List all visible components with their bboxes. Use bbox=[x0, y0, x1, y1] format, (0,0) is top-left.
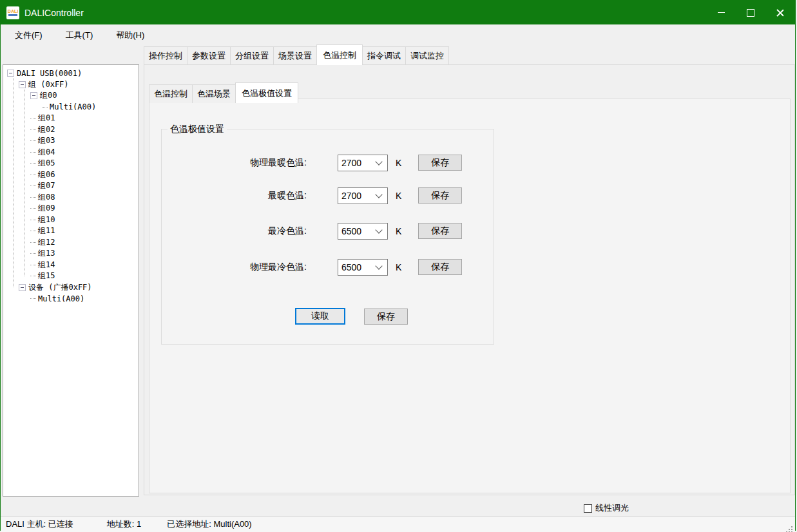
linear-dimming-checkbox[interactable] bbox=[584, 504, 592, 513]
tree-node-label: 组04 bbox=[38, 147, 55, 158]
tree-branch-icon bbox=[30, 185, 36, 186]
maximize-button[interactable] bbox=[736, 1, 765, 24]
tree-node[interactable]: 组09 bbox=[3, 203, 139, 214]
tree-node[interactable]: 组07 bbox=[3, 180, 139, 192]
ct-row-label: 最暖色温: bbox=[162, 190, 307, 202]
read-button[interactable]: 读取 bbox=[295, 308, 345, 325]
ct-value-combobox[interactable]: 6500 bbox=[338, 223, 388, 240]
ct-value-combobox[interactable]: 2700 bbox=[338, 155, 388, 171]
menu-item-file[interactable]: 文件(F) bbox=[6, 26, 52, 44]
tree-node[interactable]: Multi(A00) bbox=[3, 102, 139, 113]
linear-dimming-option[interactable]: 线性调光 bbox=[584, 502, 629, 514]
main-tab-color-temp-control[interactable]: 色温控制 bbox=[316, 44, 363, 65]
tree-node-label: 组 (0xFF) bbox=[28, 79, 69, 90]
tree-node[interactable]: Multi(A00) bbox=[3, 293, 139, 305]
tree-node-label: 组09 bbox=[38, 203, 55, 214]
title-bar: DALI DALIController bbox=[1, 1, 795, 24]
main-tab-strip: 操作控制参数设置分组设置场景设置色温控制指令调试调试监控 bbox=[144, 47, 448, 65]
chevron-down-icon[interactable] bbox=[375, 191, 382, 198]
tree-node-label: 组11 bbox=[38, 225, 55, 236]
maximize-icon bbox=[747, 9, 754, 17]
tree-branch-icon bbox=[30, 175, 36, 175]
tree-node[interactable]: 组04 bbox=[3, 147, 139, 158]
sub-tab-ct-extremes[interactable]: 色温极值设置 bbox=[235, 82, 298, 103]
row-save-button[interactable]: 保存 bbox=[418, 259, 462, 275]
minimize-button[interactable] bbox=[706, 1, 736, 24]
tree-node-label: 组15 bbox=[38, 271, 55, 281]
save-all-button[interactable]: 保存 bbox=[364, 309, 408, 325]
tree-node[interactable]: 组03 bbox=[3, 135, 139, 147]
tree-node-label: Multi(A00) bbox=[50, 102, 96, 111]
ct-row-label: 物理最冷色温: bbox=[162, 261, 307, 273]
tree-node-label: 组00 bbox=[40, 90, 57, 101]
main-tab-command-debug[interactable]: 指令调试 bbox=[362, 46, 406, 65]
row-save-button[interactable]: 保存 bbox=[418, 223, 462, 239]
tree-node[interactable]: 组05 bbox=[3, 158, 139, 169]
app-icon: DALI bbox=[6, 6, 19, 19]
menu-item-tools[interactable]: 工具(T) bbox=[57, 26, 102, 44]
status-bar: DALI 主机: 已连接地址数: 1已选择地址: Multi(A00) bbox=[1, 516, 795, 532]
main-tab-debug-monitor[interactable]: 调试监控 bbox=[405, 46, 449, 65]
tree-node-label: 组13 bbox=[38, 248, 55, 259]
main-tab-scene-settings[interactable]: 场景设置 bbox=[273, 46, 317, 65]
menu-item-help[interactable]: 帮助(H) bbox=[107, 26, 153, 44]
ct-value-combobox[interactable]: 2700 bbox=[338, 187, 388, 204]
device-tree-panel[interactable]: DALI USB(0001)组 (0xFF)组00Multi(A00)组01组0… bbox=[3, 64, 139, 497]
tree-node[interactable]: 组08 bbox=[3, 192, 139, 204]
tree-node-label: 组06 bbox=[38, 169, 55, 180]
ct-value-combobox[interactable]: 6500 bbox=[338, 259, 388, 276]
ct-form-row: 最暖色温:2700K保存 bbox=[162, 187, 494, 204]
close-icon bbox=[776, 9, 784, 17]
tree-branch-icon bbox=[30, 140, 36, 141]
resize-grip-icon[interactable] bbox=[791, 526, 792, 527]
tree-node[interactable]: 组00 bbox=[3, 90, 139, 102]
sub-tab-ct-scene[interactable]: 色温场景 bbox=[192, 84, 236, 103]
chevron-down-icon[interactable] bbox=[375, 158, 382, 165]
main-tab-grouping-settings[interactable]: 分组设置 bbox=[230, 46, 274, 65]
tree-node-label: 组10 bbox=[38, 214, 55, 225]
tree-node[interactable]: 组15 bbox=[3, 271, 139, 282]
tree-branch-icon bbox=[30, 152, 36, 153]
tree-expander-icon[interactable] bbox=[19, 81, 26, 88]
ct-combobox-value: 2700 bbox=[338, 158, 376, 168]
tree-branch-icon bbox=[30, 276, 36, 276]
ct-form-row: 物理最暖色温:2700K保存 bbox=[162, 154, 494, 171]
tree-node[interactable]: 组12 bbox=[3, 237, 139, 249]
tree-node[interactable]: 组10 bbox=[3, 214, 139, 226]
chevron-down-icon[interactable] bbox=[375, 262, 382, 269]
ct-combobox-value: 6500 bbox=[338, 262, 376, 272]
main-tab-operation-control[interactable]: 操作控制 bbox=[144, 46, 187, 65]
window-controls bbox=[706, 1, 795, 24]
tree-branch-icon bbox=[30, 253, 36, 254]
groupbox-title: 色温极值设置 bbox=[168, 124, 227, 135]
tree-node[interactable]: DALI USB(0001) bbox=[3, 68, 139, 79]
ct-unit-label: K bbox=[396, 191, 401, 201]
tree-node-label: 组01 bbox=[38, 113, 55, 124]
app-window: DALI DALIController 文件(F)工具(T)帮助(H) 操作控制… bbox=[0, 0, 796, 531]
tree-branch-icon bbox=[30, 242, 36, 243]
tree-node[interactable]: 组06 bbox=[3, 169, 139, 181]
tree-branch-icon bbox=[30, 118, 36, 119]
row-save-button[interactable]: 保存 bbox=[418, 187, 462, 204]
sub-tab-ct-control[interactable]: 色温控制 bbox=[149, 84, 193, 103]
tree-node[interactable]: 组13 bbox=[3, 248, 139, 260]
tree-node[interactable]: 组02 bbox=[3, 124, 139, 136]
tree-node[interactable]: 组14 bbox=[3, 260, 139, 271]
tree-node[interactable]: 组01 bbox=[3, 113, 139, 124]
tree-node[interactable]: 组 (0xFF) bbox=[3, 79, 139, 91]
close-button[interactable] bbox=[765, 1, 795, 24]
chevron-down-icon[interactable] bbox=[375, 226, 382, 233]
tree-branch-icon bbox=[30, 231, 36, 231]
tree-node[interactable]: 组11 bbox=[3, 225, 139, 237]
tree-expander-icon[interactable] bbox=[30, 92, 37, 99]
ct-combobox-value: 6500 bbox=[338, 226, 376, 236]
tree-expander-icon[interactable] bbox=[19, 284, 26, 291]
ct-unit-label: K bbox=[396, 262, 401, 272]
tree-branch-icon bbox=[30, 163, 36, 164]
main-tab-parameter-settings[interactable]: 参数设置 bbox=[187, 46, 231, 65]
tree-node-label: 组12 bbox=[38, 237, 55, 248]
tree-expander-icon[interactable] bbox=[7, 70, 14, 77]
tree-node[interactable]: 设备 (广播0xFF) bbox=[3, 282, 139, 294]
ct-combobox-value: 2700 bbox=[338, 191, 376, 201]
row-save-button[interactable]: 保存 bbox=[418, 155, 462, 171]
